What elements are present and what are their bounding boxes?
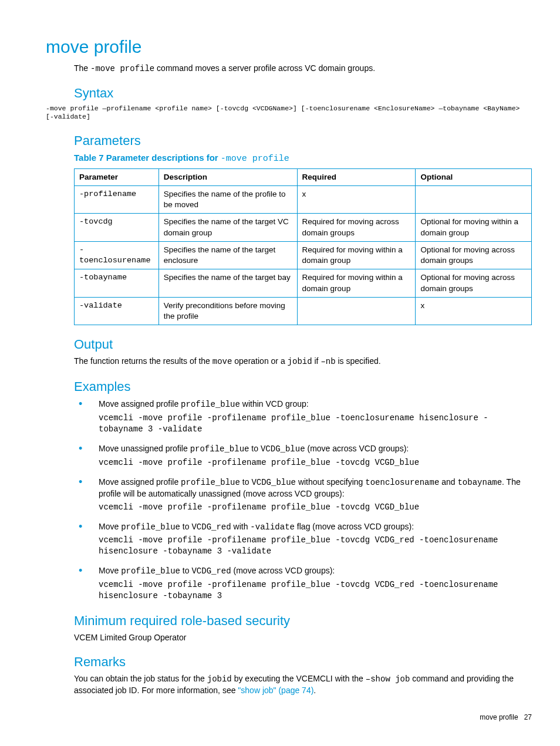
th-description: Description — [158, 168, 297, 185]
page-footer: move profile 27 — [28, 713, 532, 722]
param-name: -tovcdg — [75, 214, 159, 241]
example-desc: Move assigned profile profile_blue withi… — [99, 399, 532, 410]
parameters-table: Parameter Description Required Optional … — [74, 168, 532, 325]
param-desc: Specifies the name of the target enclosu… — [158, 241, 297, 269]
example-desc-text: Move assigned profile — [99, 477, 181, 487]
page-title: move profile — [46, 35, 532, 59]
example-desc-text: to — [249, 444, 260, 453]
example-desc-text: Move — [99, 522, 121, 531]
param-required: Required for moving within a domain grou… — [297, 269, 416, 297]
output-code2: jobid — [288, 357, 312, 366]
minrole-text: VCEM Limited Group Operator — [74, 632, 532, 643]
param-optional: Optional for moving across domain groups — [416, 241, 532, 269]
example-desc-text: Move unassigned profile — [99, 444, 190, 453]
remarks-post: . — [313, 686, 316, 695]
output-pre1: The function returns the results of the — [74, 356, 212, 366]
remarks-pre1: You can obtain the job status for the — [74, 674, 207, 683]
param-desc: Specifies the name of the target VC doma… — [158, 214, 297, 241]
example-desc-text: Move — [99, 566, 121, 575]
example-desc-code: -validate — [250, 522, 295, 532]
output-heading: Output — [74, 336, 532, 353]
output-code1: move — [212, 357, 232, 366]
example-desc-code: profile_blue — [121, 522, 180, 532]
example-desc: Move profile_blue to VCDG_red (move acro… — [99, 565, 532, 577]
param-name: -validate — [75, 297, 159, 325]
example-desc-text: (move across VCD groups): — [231, 566, 335, 575]
remarks-paragraph: You can obtain the job status for the jo… — [74, 673, 532, 696]
example-desc-text: to — [180, 566, 191, 575]
list-item: Move assigned profile profile_blue withi… — [74, 399, 532, 435]
remarks-code2: –show job — [366, 674, 410, 684]
example-desc-text: to — [180, 522, 191, 531]
examples-heading: Examples — [74, 378, 532, 396]
minrole-heading: Minimum required role-based security — [74, 612, 532, 630]
table-title: Table 7 Parameter descriptions for -move… — [74, 152, 532, 165]
example-desc-text: to — [240, 477, 251, 487]
example-desc-code: profile_blue — [181, 400, 240, 409]
example-cmd: vcemcli -move profile -profilename profi… — [99, 413, 532, 435]
remarks-link[interactable]: "show job" (page 74) — [238, 686, 313, 695]
param-name: -profilename — [75, 185, 159, 213]
param-name: -toenclosurename — [75, 241, 159, 269]
example-desc-text: without specifying — [296, 477, 365, 487]
list-item: Move assigned profile profile_blue to VC… — [74, 477, 532, 513]
list-item: Move profile_blue to VCDG_red (move acro… — [74, 565, 532, 602]
intro-paragraph: The -move profile command moves a server… — [74, 63, 532, 75]
example-desc: Move assigned profile profile_blue to VC… — [99, 477, 532, 499]
output-code3: –nb — [321, 357, 335, 366]
param-desc: Verify preconditions before moving the p… — [158, 297, 297, 325]
param-desc: Specifies the name of the profile to be … — [158, 185, 297, 213]
table-title-cmd: -move profile — [221, 154, 289, 164]
param-required: Required for moving across domain groups — [297, 214, 416, 241]
intro-prefix: The — [74, 63, 90, 73]
example-desc-code: VCDG_blue — [261, 444, 305, 454]
param-required: Required for moving within a domain grou… — [297, 241, 416, 269]
output-paragraph: The function returns the results of the … — [74, 356, 532, 367]
th-optional: Optional — [416, 168, 532, 185]
table-row: -toenclosurenameSpecifies the name of th… — [75, 241, 532, 269]
output-post: is specified. — [336, 356, 381, 366]
example-desc: Move profile_blue to VCDG_red with -vali… — [99, 521, 532, 533]
example-desc-text: with — [231, 522, 251, 531]
example-desc-text: within VCD group: — [240, 399, 309, 409]
parameters-heading: Parameters — [74, 132, 532, 150]
output-mid1: operation or a — [232, 356, 287, 366]
example-cmd: vcemcli -move profile -profilename profi… — [99, 579, 532, 602]
th-required: Required — [297, 168, 416, 185]
example-desc-code: tobayname — [457, 478, 502, 487]
examples-list: Move assigned profile profile_blue withi… — [74, 399, 532, 601]
example-desc-code: toenclosurename — [365, 478, 439, 487]
param-required: x — [297, 185, 416, 213]
table-row: -tovcdgSpecifies the name of the target … — [75, 214, 532, 241]
intro-suffix: command moves a server profile across VC… — [154, 63, 375, 73]
table-header-row: Parameter Description Required Optional — [75, 168, 532, 185]
table-title-prefix: Table 7 Parameter descriptions for — [74, 153, 221, 163]
param-desc: Specifies the name of the target bay — [158, 269, 297, 297]
example-desc-text: flag (move across VCD groups): — [295, 522, 414, 531]
remarks-heading: Remarks — [74, 653, 532, 671]
example-desc: Move unassigned profile profile_blue to … — [99, 443, 532, 455]
remarks-mid1: by executing the VCEMCLI with the — [232, 674, 366, 683]
param-required — [297, 297, 416, 325]
output-mid2: if — [312, 356, 321, 366]
intro-cmd: -move profile — [90, 64, 154, 73]
example-desc-code: VCDG_red — [191, 522, 231, 532]
table-row: -tobaynameSpecifies the name of the targ… — [75, 269, 532, 297]
example-desc-code: VCDG_red — [191, 566, 231, 576]
param-optional — [416, 185, 532, 213]
param-optional: Optional for moving within a domain grou… — [416, 214, 532, 241]
remarks-code1: jobid — [207, 674, 232, 684]
example-cmd: vcemcli -move profile -profilename profi… — [99, 535, 532, 557]
syntax-heading: Syntax — [74, 85, 532, 102]
example-cmd: vcemcli -move profile -profilename profi… — [99, 457, 532, 468]
list-item: Move profile_blue to VCDG_red with -vali… — [74, 521, 532, 558]
table-row: -profilenameSpecifies the name of the pr… — [75, 185, 532, 213]
example-desc-code: profile_blue — [190, 444, 249, 454]
param-optional: x — [416, 297, 532, 325]
syntax-text: -move profile —profilename <profile name… — [46, 104, 532, 121]
footer-page: 27 — [524, 713, 532, 721]
list-item: Move unassigned profile profile_blue to … — [74, 443, 532, 468]
param-optional: Optional for moving across domain groups — [416, 269, 532, 297]
example-desc-code: profile_blue — [121, 566, 180, 576]
example-desc-text: and — [439, 477, 457, 487]
